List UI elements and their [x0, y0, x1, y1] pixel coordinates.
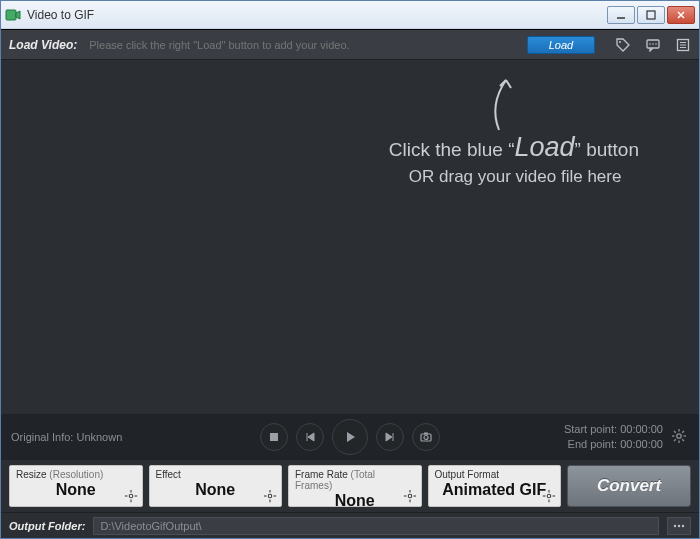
- output-format-option[interactable]: Output Format Animated GIF: [428, 465, 562, 507]
- close-button[interactable]: [667, 6, 695, 24]
- load-button[interactable]: Load: [527, 36, 595, 54]
- svg-point-42: [547, 494, 551, 498]
- next-frame-button[interactable]: [376, 423, 404, 451]
- maximize-button[interactable]: [637, 6, 665, 24]
- minimize-button[interactable]: [607, 6, 635, 24]
- tag-icon[interactable]: [615, 37, 631, 53]
- svg-point-9: [655, 43, 657, 45]
- toolbar-icons: [615, 37, 691, 53]
- play-controls: [260, 419, 440, 455]
- svg-point-27: [129, 494, 133, 498]
- output-folder-row: Output Folder:: [1, 512, 699, 538]
- gear-icon: [124, 489, 138, 503]
- svg-point-7: [649, 43, 651, 45]
- prev-frame-button[interactable]: [296, 423, 324, 451]
- browse-button[interactable]: [667, 517, 691, 535]
- svg-rect-14: [270, 433, 278, 441]
- svg-point-49: [682, 524, 684, 526]
- app-window: Video to GIF Load Video: Load: [0, 0, 700, 539]
- convert-button[interactable]: Convert: [567, 465, 691, 507]
- video-drop-area[interactable]: Click the blue “Load” button OR drag you…: [1, 60, 699, 414]
- snapshot-button[interactable]: [412, 423, 440, 451]
- client-area: Load Video: Load Click the blue “Load” b…: [1, 29, 699, 538]
- effect-option[interactable]: Effect None: [149, 465, 283, 507]
- gear-icon: [542, 489, 556, 503]
- svg-point-32: [268, 494, 272, 498]
- stop-button[interactable]: [260, 423, 288, 451]
- load-video-label: Load Video:: [9, 38, 77, 52]
- play-button[interactable]: [332, 419, 368, 455]
- svg-point-37: [408, 494, 412, 498]
- options-row: Resize (Resolution) None Effect None Fra…: [1, 460, 699, 512]
- overlay-text: Click the blue “Load” button OR drag you…: [389, 132, 639, 187]
- playback-controls-row: Original Info: Unknown Start point: 00:0…: [1, 414, 699, 460]
- svg-line-25: [682, 431, 684, 433]
- window-controls: [607, 6, 695, 24]
- list-icon[interactable]: [675, 37, 691, 53]
- svg-rect-0: [6, 10, 16, 20]
- output-folder-label: Output Folder:: [9, 520, 85, 532]
- arrow-icon: [474, 70, 524, 140]
- trim-points: Start point: 00:00:00 End point: 00:00:0…: [564, 422, 663, 452]
- ellipsis-icon: [672, 521, 686, 531]
- original-info: Original Info: Unknown: [11, 431, 122, 443]
- svg-line-26: [674, 439, 676, 441]
- overlay-line2: OR drag your video file here: [409, 167, 639, 187]
- svg-point-47: [674, 524, 676, 526]
- svg-line-23: [674, 431, 676, 433]
- svg-point-48: [678, 524, 680, 526]
- output-folder-input[interactable]: [93, 517, 659, 535]
- window-title: Video to GIF: [27, 8, 607, 22]
- svg-point-5: [619, 41, 621, 43]
- load-bar: Load Video: Load: [1, 30, 699, 60]
- app-icon: [5, 7, 21, 23]
- svg-point-8: [652, 43, 654, 45]
- svg-point-16: [424, 436, 428, 440]
- svg-line-24: [682, 439, 684, 441]
- gear-icon: [263, 489, 277, 503]
- titlebar[interactable]: Video to GIF: [1, 1, 699, 29]
- comment-icon[interactable]: [645, 37, 661, 53]
- overlay-line1: Click the blue “Load” button: [389, 132, 639, 163]
- video-path-input[interactable]: [85, 35, 519, 55]
- svg-rect-2: [647, 11, 655, 19]
- framerate-option[interactable]: Frame Rate (Total Frames) None: [288, 465, 422, 507]
- svg-point-18: [677, 434, 681, 438]
- svg-rect-17: [424, 433, 428, 435]
- trim-settings-icon[interactable]: [671, 428, 689, 446]
- gear-icon: [403, 489, 417, 503]
- resize-option[interactable]: Resize (Resolution) None: [9, 465, 143, 507]
